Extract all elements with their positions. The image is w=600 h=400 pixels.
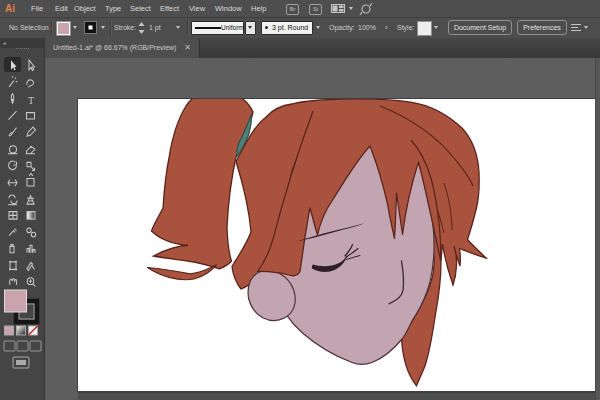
svg-text:T: T — [28, 94, 35, 105]
